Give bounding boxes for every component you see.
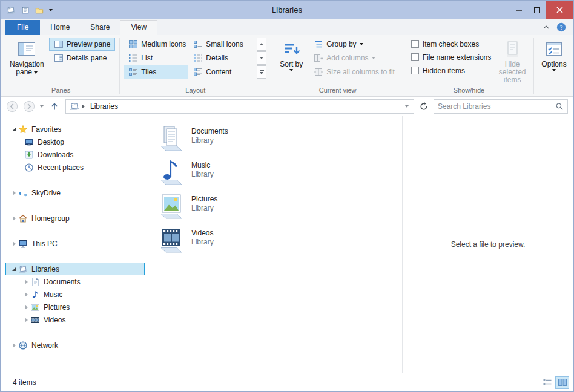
navigation-pane-button[interactable]: Navigation pane bbox=[7, 38, 47, 77]
group-separator bbox=[404, 38, 404, 94]
thumbnails-view-icon bbox=[558, 377, 567, 387]
sidebar-item-network[interactable]: Network bbox=[5, 339, 145, 351]
search-icon[interactable] bbox=[555, 102, 564, 111]
small-icons-icon bbox=[193, 39, 203, 49]
small-icons-button[interactable]: Small icons bbox=[189, 38, 253, 51]
hidden-items-checkbox[interactable]: Hidden items bbox=[409, 64, 493, 77]
details-button[interactable]: Details bbox=[189, 51, 253, 65]
navigation-pane: Favorites Desktop Downloads Recent place… bbox=[1, 116, 146, 373]
tab-file[interactable]: File bbox=[5, 20, 40, 35]
expander-icon[interactable] bbox=[22, 318, 30, 322]
library-tile-music[interactable]: Music Library bbox=[157, 157, 284, 186]
sidebar-item-homegroup[interactable]: Homegroup bbox=[5, 212, 145, 224]
checkbox-icon[interactable] bbox=[411, 40, 419, 48]
sidebar-item-this-pc[interactable]: This PC bbox=[5, 237, 145, 250]
gallery-scroll-up-button[interactable] bbox=[257, 38, 266, 51]
minimize-button[interactable] bbox=[510, 1, 528, 19]
sidebar-item-recent-places[interactable]: Recent places bbox=[5, 161, 145, 174]
clouds-icon bbox=[18, 188, 28, 198]
details-view-toggle-button[interactable] bbox=[540, 376, 554, 389]
group-by-button[interactable]: Group by bbox=[309, 38, 400, 51]
library-tile-videos[interactable]: Videos Library bbox=[157, 224, 284, 253]
qat-new-folder-button[interactable] bbox=[35, 6, 44, 15]
sidebar-item-music[interactable]: Music bbox=[5, 288, 145, 301]
sidebar-item-favorites[interactable]: Favorites bbox=[5, 123, 145, 136]
file-name-extensions-checkbox[interactable]: File name extensions bbox=[409, 51, 493, 64]
expander-icon[interactable] bbox=[22, 279, 30, 284]
layout-gallery: Medium icons List Tiles Small icons Deta… bbox=[124, 38, 253, 79]
tab-share[interactable]: Share bbox=[80, 20, 120, 35]
recent-locations-button[interactable] bbox=[38, 99, 45, 114]
library-tile-documents[interactable]: Documents Library bbox=[157, 123, 284, 152]
medium-icons-button[interactable]: Medium icons bbox=[124, 38, 188, 51]
tiles-button[interactable]: Tiles bbox=[124, 65, 188, 79]
back-button[interactable] bbox=[4, 99, 20, 114]
sort-by-label: Sort by bbox=[280, 60, 303, 68]
sidebar-item-pictures[interactable]: Pictures bbox=[5, 301, 145, 313]
gallery-scroll-down-button[interactable] bbox=[257, 51, 266, 65]
breadcrumb-chevron-icon[interactable] bbox=[82, 105, 85, 108]
sidebar-item-desktop[interactable]: Desktop bbox=[5, 136, 145, 148]
navigation-bar: Libraries bbox=[1, 97, 573, 116]
expander-icon[interactable] bbox=[22, 292, 30, 297]
breadcrumb-libraries[interactable]: Libraries bbox=[88, 100, 120, 113]
explorer-window: Libraries File Home Share View Navigatio… bbox=[0, 0, 574, 392]
content-view-icon bbox=[193, 67, 203, 77]
forward-button[interactable] bbox=[21, 99, 37, 114]
tab-home[interactable]: Home bbox=[40, 20, 80, 35]
sidebar-item-skydrive[interactable]: SkyDrive bbox=[5, 186, 145, 199]
content-button[interactable]: Content bbox=[189, 65, 253, 79]
expander-icon[interactable] bbox=[10, 128, 18, 131]
expander-icon[interactable] bbox=[10, 191, 18, 195]
sidebar-item-libraries[interactable]: Libraries bbox=[5, 263, 145, 275]
medium-icons-icon bbox=[128, 39, 138, 49]
items-count: 4 items bbox=[13, 378, 36, 387]
film-strip-icon bbox=[30, 315, 40, 325]
address-dropdown-button[interactable] bbox=[401, 100, 412, 113]
add-columns-button[interactable]: Add columns bbox=[309, 51, 400, 65]
titlebar[interactable]: Libraries bbox=[1, 1, 573, 19]
ribbon-group-show-hide: Item check boxes File name extensions Hi… bbox=[405, 36, 533, 96]
gallery-more-button[interactable] bbox=[257, 65, 266, 79]
sidebar-item-videos[interactable]: Videos bbox=[5, 313, 145, 326]
size-all-columns-button[interactable]: Size all columns to fit bbox=[309, 65, 400, 79]
help-icon bbox=[556, 22, 566, 32]
main-area: Favorites Desktop Downloads Recent place… bbox=[1, 116, 573, 373]
expander-icon[interactable] bbox=[10, 267, 18, 271]
maximize-button[interactable] bbox=[528, 1, 546, 19]
library-tile-pictures[interactable]: Pictures Library bbox=[157, 191, 284, 220]
minimize-ribbon-button[interactable] bbox=[543, 25, 549, 29]
details-pane-button[interactable]: Details pane bbox=[49, 51, 116, 65]
up-button[interactable] bbox=[47, 99, 62, 114]
chevron-down-icon bbox=[34, 71, 38, 74]
sidebar-item-documents[interactable]: Documents bbox=[5, 275, 145, 288]
help-button[interactable] bbox=[556, 22, 566, 32]
address-bar[interactable]: Libraries bbox=[65, 99, 414, 114]
sort-by-button[interactable]: Sort by bbox=[275, 38, 307, 73]
expander-icon[interactable] bbox=[10, 216, 18, 221]
hide-selected-items-button[interactable]: Hide selected items bbox=[495, 38, 529, 85]
chevron-up-icon bbox=[543, 25, 549, 29]
list-view-icon bbox=[128, 53, 138, 63]
qat-properties-button[interactable] bbox=[21, 6, 30, 15]
expander-icon[interactable] bbox=[10, 343, 18, 348]
explorer-logo-icon bbox=[6, 5, 16, 15]
thumbnails-view-toggle-button[interactable] bbox=[555, 376, 569, 389]
item-check-boxes-checkbox[interactable]: Item check boxes bbox=[409, 38, 493, 50]
search-input[interactable] bbox=[438, 102, 553, 111]
qat-customize-button[interactable] bbox=[49, 9, 53, 11]
preview-pane: Select a file to preview. bbox=[402, 116, 573, 373]
refresh-button[interactable] bbox=[417, 99, 431, 114]
checkbox-icon[interactable] bbox=[411, 67, 419, 74]
ribbon-tabs: File Home Share View bbox=[1, 19, 573, 35]
expander-icon[interactable] bbox=[22, 305, 30, 310]
sidebar-item-downloads[interactable]: Downloads bbox=[5, 148, 145, 161]
preview-pane-button[interactable]: Preview pane bbox=[49, 38, 116, 51]
close-button[interactable] bbox=[546, 1, 573, 19]
sort-by-icon bbox=[282, 39, 301, 59]
list-button[interactable]: List bbox=[124, 51, 188, 65]
tab-view[interactable]: View bbox=[120, 20, 157, 35]
options-button[interactable]: Options bbox=[538, 38, 570, 73]
checkbox-icon[interactable] bbox=[411, 53, 419, 61]
expander-icon[interactable] bbox=[10, 241, 18, 246]
